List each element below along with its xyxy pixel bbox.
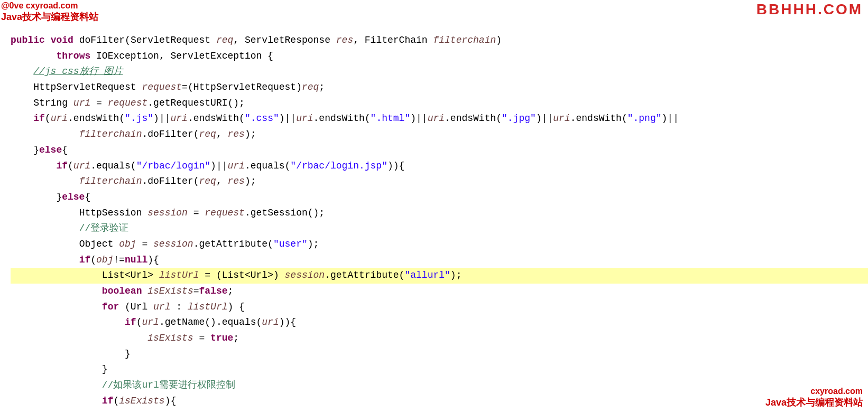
code-line-14: Object obj = session.getAttribute("user"…: [11, 237, 868, 252]
code-line-9: if(uri.equals("/rbac/login")||uri.equals…: [11, 158, 868, 174]
code-line-18: for (Url url : listUrl) {: [11, 299, 868, 315]
code-line-15: if(obj!=null){: [11, 252, 868, 268]
code-block: public void doFilter(ServletRequest req,…: [11, 5, 868, 409]
code-line-1: public void doFilter(ServletRequest req,…: [11, 33, 868, 49]
code-line-2: throws IOException, ServletException {: [11, 49, 868, 64]
code-line-4: HttpServletRequest request=(HttpServletR…: [11, 80, 868, 96]
code-line-21: }: [11, 346, 868, 362]
code-line-7: filterchain.doFilter(req, res);: [11, 127, 868, 143]
code-container: @0ve cxyroad.com Java技术与编程资料站 BBHHH.COM …: [0, 0, 868, 413]
code-line-20: isExists = true;: [11, 331, 868, 346]
code-line-23: //如果该url需要进行权限控制: [11, 378, 868, 393]
code-line-8: }else{: [11, 143, 868, 158]
code-line-3: //js css放行 图片: [11, 64, 868, 80]
code-line-12: HttpSession session = request.getSession…: [11, 205, 868, 221]
code-line-5: String uri = request.getRequestURI();: [11, 96, 868, 111]
code-line-11: }else{: [11, 190, 868, 205]
code-line-17: boolean isExists=false;: [11, 284, 868, 299]
code-line-19: if(url.getName().equals(uri)){: [11, 315, 868, 331]
code-line-13: //登录验证: [11, 221, 868, 237]
code-line-22: }: [11, 362, 868, 378]
code-line-6: if(uri.endsWith(".js")||uri.endsWith(".c…: [11, 111, 868, 127]
code-line-16: List<Url> listUrl = (List<Url>) session.…: [11, 268, 868, 284]
code-line-10: filterchain.doFilter(req, res);: [11, 174, 868, 190]
code-line-24: if(isExists){: [11, 393, 868, 409]
